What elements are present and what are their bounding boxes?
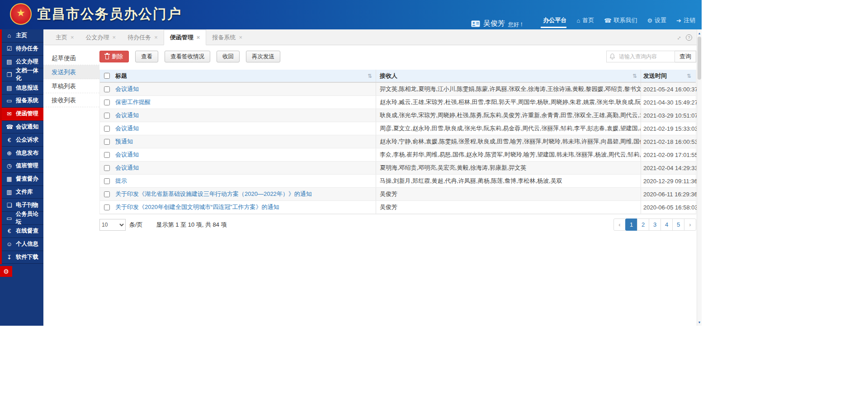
trash-icon xyxy=(105,55,109,59)
memo-title-link[interactable]: 会议通知 xyxy=(115,86,139,92)
top-nav-item[interactable]: 办公平台 xyxy=(541,16,566,28)
tab-close-icon[interactable]: × xyxy=(113,34,116,40)
row-checkbox[interactable] xyxy=(104,152,110,158)
select-all-checkbox[interactable] xyxy=(104,73,110,79)
sort-icon[interactable]: ⇅ xyxy=(368,73,372,79)
toolbar-button[interactable]: 再次发送 xyxy=(246,51,280,62)
tab[interactable]: 便函管理 × xyxy=(164,29,207,45)
vertical-scrollbar[interactable]: ▲ ▼ xyxy=(697,29,702,326)
nav-label: 设置 xyxy=(655,16,666,24)
sidebar-item[interactable]: ☑ 待办任务 xyxy=(0,43,43,56)
tab[interactable]: 主页 × xyxy=(50,29,80,45)
sidebar-item[interactable]: ❏ 电子刊物 xyxy=(0,199,43,212)
sort-icon[interactable]: ⇅ xyxy=(687,73,691,79)
sidebar-menu: ⌂ 主页 ☑ 待办任务 ▤ 公文办理 ❐ 文档一体化 xyxy=(0,29,43,264)
memo-title-link[interactable]: 保密工作提醒 xyxy=(115,99,151,105)
tab-close-icon[interactable]: × xyxy=(71,34,74,40)
search-input[interactable] xyxy=(606,51,675,62)
memo-title-link[interactable]: 关于印发《湖北省新基础设施建设三年行动方案（2020—2022年）》的通知 xyxy=(115,190,312,197)
next-page-button[interactable]: › xyxy=(684,218,696,231)
sidebar-item[interactable]: ▤ 公文办理 xyxy=(0,56,43,69)
submenu-item[interactable]: 草稿列表 xyxy=(43,79,99,93)
page-button[interactable]: 2 xyxy=(637,218,649,231)
sidebar-item[interactable]: ❐ 文档一体化 xyxy=(0,68,43,81)
star-icon: ★ xyxy=(16,8,25,18)
memo-title-link[interactable]: 会议通知 xyxy=(115,112,139,119)
toolbar-button[interactable]: 查看签收情况 xyxy=(165,51,210,62)
sidebar-item[interactable]: ☎ 会议通知 xyxy=(0,121,43,134)
memo-title-link[interactable]: 会议通知 xyxy=(115,151,139,158)
memo-title-link[interactable]: 会议通知 xyxy=(115,125,139,132)
page-button[interactable]: 5 xyxy=(672,218,684,231)
scroll-up-arrow[interactable]: ▲ xyxy=(697,30,702,36)
top-nav-item[interactable]: ➔ 注销 xyxy=(676,16,695,28)
sidebar-item[interactable]: ☺ 个人信息 xyxy=(0,238,43,251)
sidebar-item[interactable]: ▥ 文件库 xyxy=(0,186,43,199)
row-checkbox[interactable] xyxy=(104,139,110,145)
sidebar-item-label: 公文办理 xyxy=(16,58,38,66)
page-size-select[interactable]: 10 xyxy=(99,219,126,231)
memo-title-link[interactable]: 预通知 xyxy=(115,138,133,145)
row-checkbox[interactable] xyxy=(104,126,110,132)
column-header-title[interactable]: 标题 ⇅ xyxy=(113,72,376,80)
page-button[interactable]: 4 xyxy=(660,218,673,231)
tab[interactable]: 报备系统 × xyxy=(206,29,248,45)
supervision-icon: ▦ xyxy=(6,176,13,182)
memo-send-time: 2020-12-29 09:11:36 xyxy=(641,175,695,187)
scroll-down-arrow[interactable]: ▼ xyxy=(697,319,702,325)
row-checkbox[interactable] xyxy=(104,113,110,119)
memo-receivers: 耿良成,张光华,宋琼芳,周晓婷,杜强,陈勇,阮东莉,吴俊芳,许重新,余青青,田雪… xyxy=(376,109,641,122)
tab-close-icon[interactable]: × xyxy=(197,34,200,40)
row-checkbox[interactable] xyxy=(104,100,110,105)
memo-title-link[interactable]: 会议通知 xyxy=(115,164,139,171)
tab-close-icon[interactable]: × xyxy=(239,34,242,40)
tab-label: 待办任务 xyxy=(127,33,151,42)
top-nav-item[interactable]: ⌂ 首页 xyxy=(576,16,594,28)
row-checkbox[interactable] xyxy=(104,178,110,184)
sidebar-collapse-button[interactable]: ⚙ xyxy=(0,266,12,277)
main-panel: 删除 查看 查看签收情况 收回 再次发送 xyxy=(99,45,696,231)
pagination-info: 显示第 1 至 10 项, 共 84 项 xyxy=(156,221,227,229)
sidebar-item[interactable]: ⊕ 信息发布 xyxy=(0,147,43,160)
sidebar-item[interactable]: ✉ 便函管理 xyxy=(0,108,43,121)
tab[interactable]: 待办任务 × xyxy=(122,29,164,45)
scrollbar-thumb[interactable] xyxy=(698,37,701,80)
sidebar-item[interactable]: € 公众诉求 xyxy=(0,133,43,147)
sidebar-item[interactable]: ▤ 信息报送 xyxy=(0,81,43,95)
row-checkbox[interactable] xyxy=(104,191,110,197)
submenu-item[interactable]: 起草便函 xyxy=(43,51,99,65)
memo-title-link[interactable]: 提示 xyxy=(115,177,127,184)
expand-icon[interactable]: ↔ xyxy=(674,33,683,42)
tab[interactable]: 公文办理 × xyxy=(80,29,122,45)
user-info: 吴俊芳 您好！ xyxy=(471,19,524,28)
page-button[interactable]: 3 xyxy=(649,218,661,231)
prev-page-button[interactable]: ‹ xyxy=(613,218,626,231)
submenu-item[interactable]: 接收列表 xyxy=(43,93,99,107)
tab-close-icon[interactable]: × xyxy=(154,34,158,40)
toolbar-button[interactable]: 收回 xyxy=(217,51,240,62)
sidebar-item[interactable]: ▦ 督查督办 xyxy=(0,173,43,186)
sidebar-item[interactable]: ▭ 报备系统 xyxy=(0,95,43,108)
top-nav-item[interactable]: ⚙ 设置 xyxy=(647,16,666,28)
column-header-receivers[interactable]: 接收人 ⇅ xyxy=(376,70,641,82)
top-nav-item[interactable]: ☎ 联系我们 xyxy=(604,16,637,28)
sidebar-item[interactable]: ▭ 公务员论坛 xyxy=(0,212,43,225)
submenu-item[interactable]: 发送列表 xyxy=(43,65,99,79)
sidebar-item[interactable]: ↧ 软件下载 xyxy=(0,251,43,264)
row-checkbox[interactable] xyxy=(104,204,110,210)
sidebar-item-label: 待办任务 xyxy=(16,45,38,52)
column-header-time[interactable]: 发送时间 ⇅ xyxy=(641,70,695,82)
sidebar-item[interactable]: ⌂ 主页 xyxy=(0,29,43,43)
page-button[interactable]: 1 xyxy=(625,218,637,231)
user-name[interactable]: 吴俊芳 xyxy=(483,19,505,28)
sidebar-item[interactable]: ◷ 值班管理 xyxy=(0,160,43,173)
delete-button[interactable]: 删除 xyxy=(99,51,129,62)
toolbar-button[interactable]: 查看 xyxy=(135,51,158,62)
help-icon[interactable]: ? xyxy=(686,34,692,41)
memo-title-link[interactable]: 关于印发《2020年创建全国文明城市“四连冠”工作方案》的通知 xyxy=(115,204,279,210)
sort-icon[interactable]: ⇅ xyxy=(632,73,637,79)
sidebar-item[interactable]: € 在线督查 xyxy=(0,225,43,238)
row-checkbox[interactable] xyxy=(104,86,110,92)
search-button[interactable]: 查询 xyxy=(675,51,696,62)
row-checkbox[interactable] xyxy=(104,165,110,171)
